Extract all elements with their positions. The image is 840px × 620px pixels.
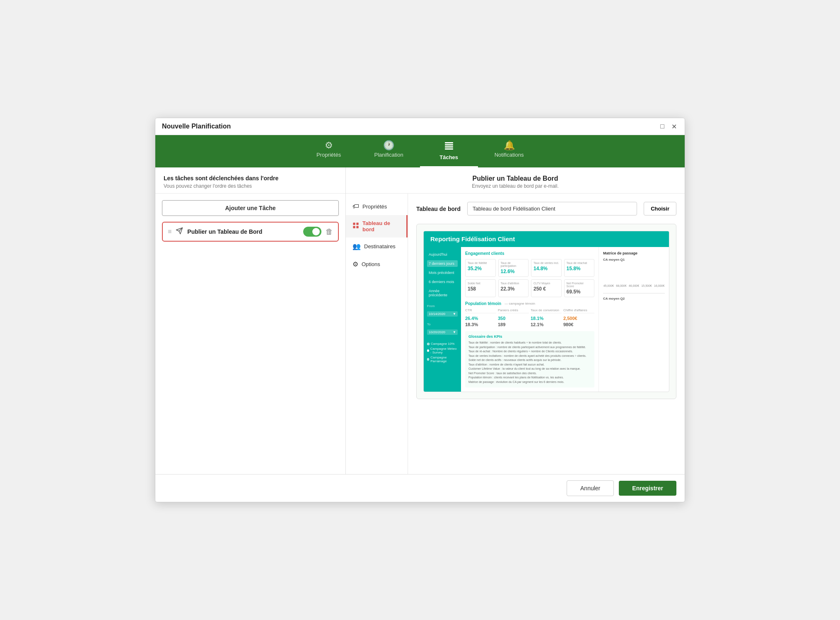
kpi-participation: Taux de participation 12.6% <box>498 259 529 277</box>
kpi-grid: Taux de fidélité 35.2% Taux de participa… <box>465 259 594 297</box>
tab-planification-label: Planification <box>374 152 403 158</box>
chart1-title: Matrice de passage <box>603 251 665 255</box>
tab-proprietes-label: Propriétés <box>316 152 341 158</box>
tab-notifications[interactable]: 🔔 Notifications <box>478 135 541 167</box>
glossaire-section: Glossaire des KPIs Taux de fidélité : no… <box>465 331 594 388</box>
left-panel-subtitle: Vous pouvez changer l'ordre des tâches <box>164 183 337 189</box>
row1-conversion: 18.1% <box>531 316 562 321</box>
save-button[interactable]: Enregistrer <box>619 481 676 496</box>
svg-rect-1 <box>445 144 453 145</box>
preview-date-from[interactable]: 10/14/2020 ▼ <box>427 311 458 317</box>
table-icon <box>444 141 454 153</box>
main-content: Les tâches sont déclenchées dans l'ordre… <box>155 167 685 474</box>
radio-3 <box>427 358 429 361</box>
radio-2 <box>427 349 429 352</box>
kpi-cltv: CLTV Moyen 250 € <box>531 279 562 297</box>
gear-icon: ⚙ <box>325 141 333 150</box>
col-ca: Chiffre d'affaires <box>563 308 594 313</box>
campaign-2[interactable]: Campagne Méteo - Survey <box>427 347 458 354</box>
left-panel-title: Les tâches sont déclenchées dans l'ordre <box>164 175 337 182</box>
population-title: Population témoin <box>465 301 501 306</box>
sidebar-item-today[interactable]: Aujourd'hui <box>427 251 458 258</box>
kpi-reachat: Taux de réachat 15.8% <box>564 259 595 277</box>
row2-ctr: 18.3% <box>465 322 496 327</box>
engagement-title: Engagement clients <box>465 251 594 256</box>
tab-planification[interactable]: 🕐 Planification <box>358 135 420 167</box>
col-conversion: Taux de conversion <box>531 308 562 313</box>
preview-body: Aujourd'hui 7 derniers jours Mois précéd… <box>424 247 669 392</box>
kpi-nps: Net Promoter Score 69.5% <box>564 279 595 297</box>
tab-taches[interactable]: Tâches <box>420 135 478 167</box>
dashboard-input[interactable] <box>467 202 637 216</box>
chart2-subtitle: CA moyen Q2 <box>603 297 665 300</box>
task-label: Publier un Tableau de Bord <box>187 228 299 235</box>
sub-nav-options[interactable]: ⚙ Options <box>346 255 408 273</box>
dashboard-row: Tableau de bord Choisir <box>416 202 676 216</box>
minimize-button[interactable]: □ <box>658 122 666 131</box>
left-panel-header: Les tâches sont déclenchées dans l'ordre… <box>155 167 345 194</box>
right-panel-header: Publier un Tableau de Bord Envoyez un ta… <box>346 167 685 194</box>
kpi-fidelite: Taux de fidélité 35.2% <box>465 259 496 277</box>
tab-bar: ⚙ Propriétés 🕐 Planification Tâches 🔔 No… <box>155 135 685 167</box>
tab-notifications-label: Notifications <box>495 152 524 158</box>
svg-rect-0 <box>445 142 453 143</box>
dashboard-choose-button[interactable]: Choisir <box>644 202 676 216</box>
right-panel-body: 🏷 Propriétés Tableau de bord <box>346 194 685 474</box>
task-delete-button[interactable]: 🗑 <box>326 228 333 236</box>
content-area: Tableau de bord Choisir Reporting Fidéli… <box>408 194 685 474</box>
task-toggle[interactable] <box>303 227 321 237</box>
close-button[interactable]: ✕ <box>670 122 678 131</box>
campaign-3[interactable]: Campagne Parrainage <box>427 356 458 363</box>
window-controls: □ ✕ <box>658 122 678 131</box>
campaign-1[interactable]: Campagne 10% <box>427 342 458 346</box>
chart-area: Matrice de passage CA moyen Q1 45,000€ <box>599 247 669 392</box>
sidebar-item-prev-month[interactable]: Mois précédent <box>427 269 458 276</box>
cancel-button[interactable]: Annuler <box>567 480 614 496</box>
preview-campaigns: Campagne 10% Campagne Méteo - Survey <box>427 341 458 363</box>
preview-date-to[interactable]: 10/20/2020 ▼ <box>427 329 458 335</box>
row2-paniers: 189 <box>498 322 529 327</box>
bar-chart-q1: 45,000€ 68,000€ 46,000€ <box>603 263 665 288</box>
kpi-solde: Solde Net 158 <box>465 279 496 297</box>
sidebar-item-6months[interactable]: 6 derniers mois <box>427 279 458 285</box>
right-panel: Publier un Tableau de Bord Envoyez un ta… <box>346 167 685 474</box>
campaign-1-label: Campagne 10% <box>431 342 454 346</box>
svg-rect-6 <box>353 223 355 225</box>
left-panel-body: Ajouter une Tâche ≡ Publier un Tableau d… <box>155 194 345 248</box>
preview-date-to-label: To <box>427 322 458 326</box>
preview-inner: Reporting Fidélisation Client Aujourd'hu… <box>423 231 669 392</box>
sidebar-item-prev-year[interactable]: Année précédente <box>427 288 458 298</box>
population-subtitle: — campagne témoin <box>504 302 535 305</box>
add-task-button[interactable]: Ajouter une Tâche <box>162 200 339 216</box>
sub-nav-destinataires[interactable]: 👥 Destinataires <box>346 237 408 255</box>
left-panel: Les tâches sont déclenchées dans l'ordre… <box>155 167 346 474</box>
svg-rect-2 <box>445 146 453 148</box>
sub-nav-tableau-de-bord[interactable]: Tableau de bord <box>346 215 408 237</box>
sub-nav-proprietes-label: Propriétés <box>362 203 387 210</box>
preview-sidebar: Aujourd'hui 7 derniers jours Mois précéd… <box>424 247 461 392</box>
svg-rect-7 <box>356 223 358 225</box>
kpi-attrition: Taux d'attrition 22.3% <box>498 279 529 297</box>
row2-ca: 980€ <box>563 322 594 327</box>
drag-icon: ≡ <box>168 228 171 235</box>
sub-nav-destinataires-label: Destinataires <box>364 243 396 249</box>
sub-nav-proprietes[interactable]: 🏷 Propriétés <box>346 198 408 215</box>
footer: Annuler Enregistrer <box>155 474 685 502</box>
preview-header: Reporting Fidélisation Client <box>424 231 669 247</box>
sidebar-item-7days[interactable]: 7 derniers jours <box>427 260 458 267</box>
svg-rect-9 <box>356 226 358 228</box>
title-bar: Nouvelle Planification □ ✕ <box>155 118 685 135</box>
campaign-3-label: Campagne Parrainage <box>430 356 458 363</box>
glossaire-title: Glossaire des KPIs <box>468 334 591 339</box>
task-row: ≡ Publier un Tableau de Bord 🗑 <box>162 222 339 242</box>
col-paniers: Paniers créés <box>498 308 529 313</box>
svg-rect-8 <box>353 226 355 228</box>
sub-nav-options-label: Options <box>362 261 380 267</box>
dashboard-label: Tableau de bord <box>416 206 461 212</box>
glossaire-text: Taux de fidélité : nombre de clients hab… <box>468 341 591 384</box>
svg-rect-3 <box>445 148 453 150</box>
tab-proprietes[interactable]: ⚙ Propriétés <box>300 135 358 167</box>
radio-1 <box>427 343 430 345</box>
row2-conversion: 12.1% <box>531 322 562 327</box>
clock-icon: 🕐 <box>383 141 394 150</box>
